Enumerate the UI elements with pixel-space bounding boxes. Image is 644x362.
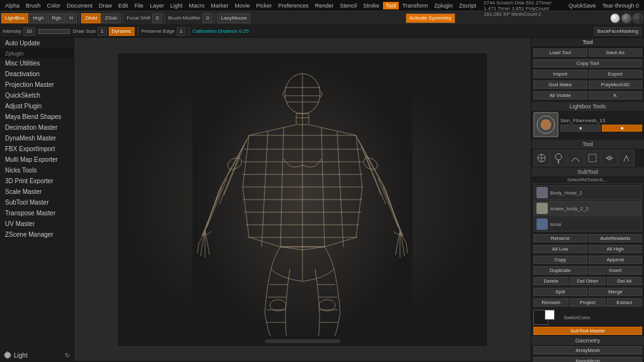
sidebar-item-fbx[interactable]: FBX ExportImport bbox=[0, 144, 74, 154]
nanomesh-btn[interactable]: NanoMesh bbox=[533, 357, 642, 362]
menu-macro[interactable]: Macro bbox=[186, 2, 207, 9]
zadd-button[interactable]: ZAdd bbox=[81, 13, 101, 23]
material-sphere-3[interactable] bbox=[633, 13, 643, 23]
light-section[interactable]: Light ↻ bbox=[0, 349, 74, 361]
h-button[interactable]: H bbox=[65, 13, 77, 23]
sidebar-item-dynamesh[interactable]: DynaMesh Master bbox=[0, 133, 74, 144]
remesh-btn[interactable]: Remesh bbox=[533, 298, 569, 307]
menu-light[interactable]: Light bbox=[168, 2, 186, 9]
sidebar-item-misc-utilities[interactable]: Misc Utilities bbox=[0, 58, 74, 69]
intensity-val[interactable]: 10 bbox=[23, 27, 35, 36]
menu-zscript[interactable]: Zscript bbox=[457, 2, 479, 9]
light-refresh-icon[interactable]: ↻ bbox=[65, 352, 70, 359]
material-sphere-1[interactable] bbox=[610, 13, 620, 23]
menu-marker[interactable]: Marker bbox=[208, 2, 231, 9]
drawer-icon-btn[interactable]: ■ bbox=[560, 125, 601, 132]
extract-btn[interactable]: Extract bbox=[607, 298, 642, 307]
split-btn[interactable]: Split bbox=[533, 288, 587, 296]
append-btn[interactable]: Append bbox=[589, 256, 643, 264]
duplicate-btn[interactable]: Duplicate bbox=[533, 266, 587, 274]
menu-stencil[interactable]: Stencil bbox=[337, 2, 359, 9]
k-btn[interactable]: K bbox=[589, 91, 643, 99]
god-make-btn[interactable]: God Make bbox=[533, 81, 587, 89]
menu-movie[interactable]: Movie bbox=[232, 2, 252, 9]
sidebar-item-deactivation[interactable]: Deactivation bbox=[0, 69, 74, 79]
tool-icon-2[interactable] bbox=[550, 150, 567, 166]
copy-tool-btn[interactable]: Copy Tool bbox=[533, 59, 642, 67]
dynamic-button[interactable]: Dynamic bbox=[109, 27, 135, 36]
lightbox-button[interactable]: LightBox bbox=[1, 13, 28, 23]
preserve-edge-val[interactable]: 1 bbox=[177, 27, 186, 36]
all-visible-btn[interactable]: All Visible bbox=[533, 91, 587, 99]
sidebar-item-scale-master[interactable]: Scale Master bbox=[0, 186, 74, 197]
sidebar-item-uv-master[interactable]: UV Master bbox=[0, 218, 74, 229]
polymesh3d-btn[interactable]: PolyMesh3D bbox=[589, 81, 643, 89]
arraymesh-btn[interactable]: ArrayMesh bbox=[533, 346, 642, 354]
activate-symmetry-button[interactable]: Activate Symmetry bbox=[406, 13, 455, 23]
menu-draw[interactable]: Draw bbox=[96, 2, 114, 9]
menu-tool[interactable]: Tool bbox=[383, 2, 399, 9]
import-btn[interactable]: Import bbox=[533, 70, 587, 78]
insert-btn[interactable]: Insert bbox=[589, 266, 643, 274]
menu-alpha[interactable]: Alpha bbox=[3, 2, 22, 9]
all-high-btn[interactable]: All High bbox=[589, 245, 643, 253]
sidebar-item-3dprint[interactable]: 3D Print Exporter bbox=[0, 176, 74, 186]
quicksave-btn[interactable]: QuickSave bbox=[566, 2, 599, 9]
color-swatch-secondary[interactable] bbox=[545, 310, 555, 320]
intensity-slider[interactable] bbox=[38, 29, 70, 34]
menu-document[interactable]: Document bbox=[64, 2, 95, 9]
material-sphere-2[interactable] bbox=[621, 13, 631, 23]
zsub-button[interactable]: ZSub bbox=[101, 13, 121, 23]
canvas-viewport[interactable] bbox=[117, 52, 488, 347]
menu-zplugin[interactable]: Zplugin bbox=[432, 2, 456, 9]
draw-size-val[interactable]: 1 bbox=[97, 27, 106, 36]
sidebar-item-autoupdate[interactable]: Auto Update bbox=[0, 38, 74, 48]
sidebar-item-subtool-master[interactable]: SubTool Master bbox=[0, 197, 74, 208]
all-low-btn[interactable]: All Low bbox=[533, 245, 587, 253]
menu-color[interactable]: Color bbox=[45, 2, 64, 9]
subtool-master-btn[interactable]: SubTool Master bbox=[533, 327, 642, 335]
del-all-btn[interactable]: Del All bbox=[607, 277, 642, 285]
save-as-btn[interactable]: Save As bbox=[589, 48, 643, 57]
subtool-item-0[interactable]: Body_Head_2 bbox=[533, 185, 642, 200]
tool-icon-5[interactable] bbox=[601, 150, 618, 166]
canvas-area[interactable] bbox=[74, 38, 531, 361]
delete-btn[interactable]: Delete bbox=[533, 277, 569, 285]
tool-icon-1[interactable] bbox=[533, 150, 550, 166]
rgb-button[interactable]: Rgb bbox=[48, 13, 65, 23]
brush-modifier-val[interactable]: 0 bbox=[203, 13, 213, 23]
menu-picker[interactable]: Picker bbox=[253, 2, 274, 9]
menu-preferences[interactable]: Preferences bbox=[275, 2, 311, 9]
load-tool-btn[interactable]: Load Tool bbox=[533, 48, 587, 57]
menu-file[interactable]: File bbox=[132, 2, 147, 9]
menu-edit[interactable]: Edit bbox=[116, 2, 131, 9]
sidebar-item-multimap[interactable]: Multi Map Exporter bbox=[0, 154, 74, 165]
lazymouse-button[interactable]: LazyMouse bbox=[217, 13, 250, 23]
copy-btn[interactable]: Copy bbox=[533, 256, 587, 264]
sidebar-item-projection-master[interactable]: Projection Master bbox=[0, 79, 74, 90]
canvas-slider[interactable] bbox=[265, 339, 340, 343]
subtool-item-2[interactable]: torse bbox=[533, 217, 642, 232]
del-other-btn[interactable]: Del Other bbox=[570, 277, 605, 285]
sidebar-item-maya-blend[interactable]: Maya Blend Shapes bbox=[0, 111, 74, 122]
tool-icon-4[interactable] bbox=[584, 150, 601, 166]
menu-layer[interactable]: Layer bbox=[147, 2, 167, 9]
menu-stroke[interactable]: Stroke bbox=[360, 2, 382, 9]
merge-btn[interactable]: Merge bbox=[589, 288, 643, 296]
autorewards-btn[interactable]: AutoRewards bbox=[589, 234, 643, 242]
export-btn[interactable]: Export bbox=[589, 70, 643, 78]
menu-render[interactable]: Render bbox=[313, 2, 336, 9]
hrgh-button[interactable]: Hrgh bbox=[29, 13, 47, 23]
sidebar-item-quicksketch[interactable]: QuickSketch bbox=[0, 90, 74, 101]
sidebar-item-decimation[interactable]: Decimation Master bbox=[0, 122, 74, 133]
menu-brush[interactable]: Brush bbox=[23, 2, 43, 9]
menu-transform[interactable]: Transform bbox=[400, 2, 431, 9]
project-btn[interactable]: Project bbox=[570, 298, 605, 307]
tool-icon-6[interactable] bbox=[618, 150, 635, 166]
tool-icon-3[interactable] bbox=[567, 150, 584, 166]
sidebar-item-nicks-tools[interactable]: Nicks Tools bbox=[0, 165, 74, 176]
sidebar-item-transpose[interactable]: Transpose Master bbox=[0, 208, 74, 218]
focal-shift-val[interactable]: 0 bbox=[152, 13, 162, 23]
tearthrough-btn[interactable]: Tear-through 0 bbox=[599, 2, 641, 9]
active-tool-btn[interactable]: ■ bbox=[602, 125, 642, 132]
